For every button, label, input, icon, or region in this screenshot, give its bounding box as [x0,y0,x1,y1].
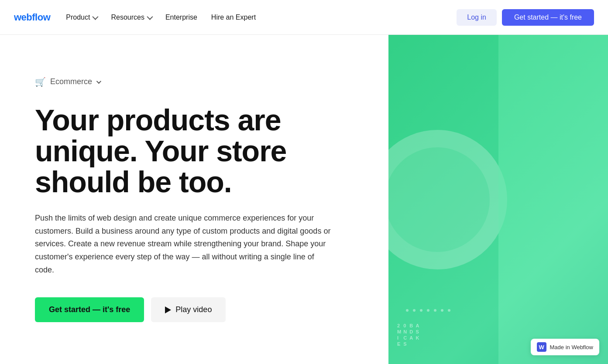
dot-1 [406,309,409,312]
right-col-left [388,35,498,364]
grid-char-14: S [403,341,408,347]
nav-right: Log in Get started — it's free [457,9,594,26]
hero-cta-button[interactable]: Get started — it's free [35,297,144,322]
grid-char-3: B [409,323,414,328]
nav-hire-expert-label: Hire an Expert [211,14,256,21]
grid-char-10: C [403,335,408,340]
play-video-label: Play video [175,305,212,314]
made-in-webflow-label: Made in Webflow [550,344,593,350]
login-button[interactable]: Log in [457,9,497,26]
nav-cta-button[interactable]: Get started — it's free [502,9,594,26]
hero-headline: Your products are unique. Your store sho… [35,105,332,198]
ecommerce-badge[interactable]: 🛒 Ecommerce [35,77,354,87]
grid-char-12: K [416,335,420,340]
hero-section: 🛒 Ecommerce Your products are unique. Yo… [0,35,608,364]
nav-left: webflow Product Resources Enterprise Hir… [14,12,256,23]
product-chevron-icon [93,14,99,20]
right-panel-split [388,35,608,364]
grid-char-1: 2 [397,323,402,328]
made-in-webflow-badge[interactable]: W Made in Webflow [531,339,599,355]
dot-4 [427,309,429,312]
badge-text: Ecommerce [50,77,92,86]
play-icon [165,306,171,313]
grid-char-2: 0 [403,323,408,328]
circle-graphic [388,130,507,269]
grid-char-11: A [409,335,414,340]
dots-decoration [406,309,450,312]
webflow-badge-icon: W [537,342,546,352]
dot-5 [434,309,436,312]
cart-icon: 🛒 [35,77,46,87]
grid-char-13: E [397,341,402,347]
grid-char-4: A [416,323,420,328]
nav-enterprise[interactable]: Enterprise [165,14,197,21]
hero-buttons: Get started — it's free Play video [35,297,354,322]
dot-3 [420,309,423,312]
grid-char-8: S [416,329,420,334]
hero-left: 🛒 Ecommerce Your products are unique. Yo… [0,35,388,364]
grid-char-9: I [397,335,402,340]
grid-text: 2 0 B A M N D S I C A K E S [397,323,420,347]
dot-7 [448,309,450,312]
nav-enterprise-label: Enterprise [165,14,197,21]
nav-product-label: Product [66,14,90,21]
grid-char-5: M [397,329,402,334]
grid-char-6: N [403,329,408,334]
nav-product[interactable]: Product [66,14,97,21]
dot-6 [441,309,443,312]
nav-links: Product Resources Enterprise Hire an Exp… [66,14,256,21]
webflow-logo[interactable]: webflow [14,12,50,23]
hero-body: Push the limits of web design and create… [35,212,332,276]
hero-right-inner: 2 0 B A M N D S I C A K E S W Made in We… [388,35,608,364]
resources-chevron-icon [147,14,153,20]
nav-resources[interactable]: Resources [111,14,151,21]
dot-2 [413,309,416,312]
badge-chevron-icon [96,79,101,84]
right-col-right [498,35,608,364]
hero-right-panel: 2 0 B A M N D S I C A K E S W Made in We… [388,35,608,364]
hero-video-button[interactable]: Play video [151,297,226,322]
navbar: webflow Product Resources Enterprise Hir… [0,0,608,35]
nav-resources-label: Resources [111,14,144,21]
grid-char-7: D [409,329,414,334]
nav-hire-expert[interactable]: Hire an Expert [211,14,256,21]
